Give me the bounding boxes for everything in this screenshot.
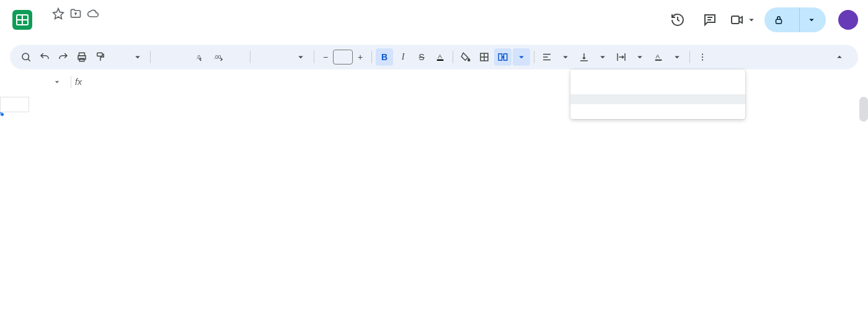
account-avatar[interactable] [838, 10, 858, 30]
unmerge-item [570, 104, 745, 114]
increase-fontsize[interactable]: + [353, 50, 368, 64]
name-box[interactable] [5, 77, 67, 87]
horizontal-align-dropdown[interactable] [557, 48, 574, 66]
svg-rect-17 [437, 60, 444, 61]
increase-decimal-icon[interactable]: .00 [210, 48, 228, 66]
zoom-dropdown[interactable] [129, 48, 146, 66]
svg-rect-30 [655, 60, 662, 61]
merge-horizontally-item[interactable] [570, 94, 745, 104]
svg-rect-7 [776, 19, 782, 24]
chevron-down-icon [295, 51, 306, 63]
merge-vertically-item [570, 84, 745, 94]
decrease-fontsize[interactable]: − [318, 50, 333, 64]
svg-line-9 [28, 59, 30, 61]
more-toolbar-icon[interactable] [694, 48, 711, 66]
formula-bar[interactable] [87, 77, 868, 87]
chevron-down-icon [806, 14, 817, 25]
svg-text:A: A [656, 53, 660, 60]
fx-icon: fx [75, 77, 82, 87]
vertical-align-dropdown[interactable] [594, 48, 611, 66]
fontsize-input[interactable] [333, 50, 353, 64]
text-rotation-button[interactable]: A [650, 48, 667, 66]
lock-icon [773, 14, 784, 25]
vertical-align-button[interactable] [575, 48, 593, 66]
merge-all-item[interactable] [570, 74, 745, 84]
bold-button[interactable]: B [376, 48, 393, 66]
zoom-select[interactable] [110, 48, 128, 66]
merge-menu [570, 69, 745, 119]
strikethrough-button[interactable]: S [413, 48, 430, 66]
merge-cells-button[interactable] [494, 48, 512, 66]
select-all-corner[interactable] [1, 97, 29, 112]
merge-cells-dropdown[interactable] [513, 48, 530, 66]
svg-text:A: A [438, 53, 442, 60]
svg-rect-13 [97, 53, 102, 56]
svg-point-31 [702, 53, 703, 55]
vertical-scrollbar[interactable] [859, 97, 868, 122]
more-formats[interactable] [229, 48, 246, 66]
meet-button[interactable] [730, 12, 757, 27]
text-wrap-button[interactable] [613, 48, 630, 66]
svg-point-8 [22, 53, 29, 60]
document-title[interactable] [40, 12, 47, 15]
svg-rect-6 [732, 16, 739, 24]
history-icon[interactable] [665, 7, 690, 32]
chevron-down-icon [52, 77, 62, 87]
format-percent[interactable] [173, 48, 190, 66]
italic-button[interactable]: I [394, 48, 412, 66]
chevron-down-icon [746, 14, 757, 25]
share-button[interactable] [764, 7, 826, 32]
print-icon[interactable] [73, 48, 91, 66]
comments-icon[interactable] [698, 7, 722, 32]
share-dropdown[interactable] [799, 7, 823, 32]
svg-point-33 [702, 59, 703, 60]
sheets-logo-icon[interactable] [10, 7, 35, 32]
svg-point-32 [702, 56, 703, 58]
horizontal-align-button[interactable] [538, 48, 556, 66]
format-currency[interactable] [154, 48, 172, 66]
paint-format-icon[interactable] [92, 48, 109, 66]
undo-icon[interactable] [36, 48, 53, 66]
text-rotation-dropdown[interactable] [668, 48, 686, 66]
svg-rect-21 [498, 54, 502, 61]
fill-color-button[interactable] [457, 48, 474, 66]
star-icon[interactable] [52, 7, 64, 20]
cloud-status-icon[interactable] [87, 7, 99, 20]
font-family-select[interactable] [254, 48, 310, 66]
svg-text:.00: .00 [214, 55, 221, 60]
move-folder-icon[interactable] [69, 7, 82, 20]
search-menus-icon[interactable] [17, 48, 35, 66]
text-wrap-dropdown[interactable] [631, 48, 649, 66]
redo-icon[interactable] [55, 48, 72, 66]
decrease-decimal-icon[interactable]: .0 [192, 48, 209, 66]
collapse-toolbar-icon[interactable] [831, 48, 848, 66]
borders-button[interactable] [476, 48, 493, 66]
text-color-button[interactable]: A [432, 48, 449, 66]
